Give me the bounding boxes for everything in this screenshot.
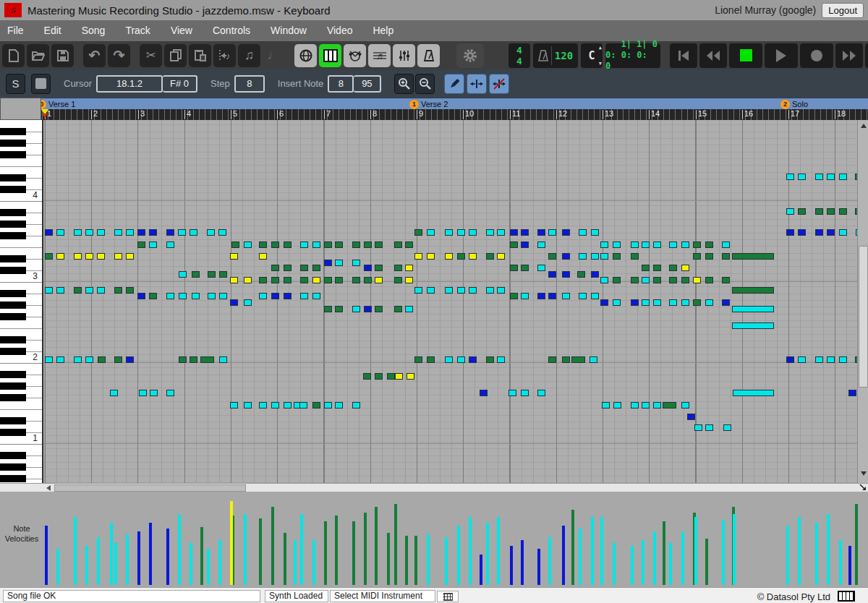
midi-note[interactable] [192,293,200,299]
midi-note[interactable] [521,390,529,396]
midi-note[interactable] [179,293,187,299]
midi-note[interactable] [219,271,227,278]
midi-note[interactable] [722,253,730,260]
midi-note[interactable] [259,277,267,283]
velocity-bar[interactable] [562,526,565,585]
midi-note[interactable] [324,402,332,409]
midi-note[interactable] [259,253,267,260]
midi-note[interactable] [509,390,516,396]
velocity-bar[interactable] [230,501,233,585]
velocity-bar[interactable] [405,536,408,585]
insert-velocity-field[interactable]: 95 [354,75,381,93]
velocity-bar[interactable] [510,546,513,585]
midi-note[interactable] [693,299,701,306]
midi-note[interactable] [687,414,695,420]
velocity-bar[interactable] [178,514,181,585]
midi-note[interactable] [414,356,422,363]
velocity-bar[interactable] [294,540,297,585]
midi-note[interactable] [85,356,93,363]
midi-note[interactable] [284,265,292,271]
vertical-scrollbar[interactable] [857,120,868,483]
midi-note[interactable] [166,293,174,299]
pencil-tool-button[interactable] [444,74,464,94]
midi-note[interactable] [405,277,413,283]
midi-note[interactable] [352,241,360,248]
midi-note[interactable] [375,241,383,248]
midi-note[interactable] [149,293,157,299]
midi-note[interactable] [548,253,556,260]
redo-button[interactable]: ↷ [108,44,130,67]
midi-note[interactable] [394,241,402,248]
midi-note[interactable] [230,299,238,306]
velocity-bar[interactable] [45,526,48,585]
midi-note[interactable] [827,229,835,236]
scroll-up-icon[interactable] [861,124,867,128]
midi-note[interactable] [299,402,307,409]
midi-note[interactable] [693,253,701,260]
midi-note[interactable] [230,402,238,409]
black-key[interactable] [0,475,26,482]
midi-note[interactable] [445,356,453,363]
midi-note[interactable] [405,306,413,312]
midi-note[interactable] [480,390,488,396]
velocity-bar[interactable] [669,543,672,585]
midi-note[interactable] [284,241,292,248]
midi-note[interactable] [562,293,570,299]
midi-note[interactable] [579,253,587,260]
velocity-bar[interactable] [653,531,656,585]
menu-item-video[interactable]: Video [317,20,363,41]
midi-note[interactable] [669,241,677,248]
midi-note[interactable] [577,271,585,278]
metronome-view-button[interactable] [417,44,440,67]
velocity-bar[interactable] [786,526,789,585]
midi-note[interactable] [510,241,518,248]
midi-note[interactable] [798,229,806,236]
midi-note[interactable] [300,293,308,299]
midi-note[interactable] [335,241,343,248]
midi-note[interactable] [548,356,556,363]
midi-note[interactable] [259,241,267,248]
midi-note[interactable] [335,402,343,409]
marker-bar[interactable]: 0Verse 11Verse 22Solo [0,98,868,109]
menu-item-help[interactable]: Help [362,20,404,41]
midi-note[interactable] [208,271,216,278]
velocity-bar[interactable] [705,539,708,585]
midi-note[interactable] [548,229,556,236]
midi-note[interactable] [457,253,465,260]
midi-note[interactable] [631,241,639,248]
midi-note[interactable] [414,229,422,236]
midi-note[interactable] [642,277,650,283]
midi-note[interactable] [352,260,360,266]
midi-note[interactable] [537,229,545,236]
midi-note[interactable] [126,356,134,363]
black-key[interactable] [0,394,26,401]
black-key[interactable] [0,209,26,216]
midi-note[interactable] [653,299,661,306]
midi-note[interactable] [839,174,847,180]
midi-note[interactable] [74,229,82,236]
midi-note[interactable] [207,229,215,236]
midi-note[interactable] [839,208,847,215]
midi-note[interactable] [815,174,823,180]
midi-note[interactable] [590,356,597,363]
midi-note[interactable] [244,277,252,283]
midi-note[interactable] [114,229,122,236]
velocity-bar[interactable] [300,514,303,585]
midi-note[interactable] [259,402,267,409]
midi-note[interactable] [271,293,279,299]
midi-note[interactable] [600,241,608,248]
zoom-out-button[interactable] [415,74,435,94]
play-button[interactable] [765,43,798,68]
velocity-bar[interactable] [190,543,192,585]
velocity-bar[interactable] [613,543,616,585]
midi-note[interactable] [427,356,435,363]
velocity-bar[interactable] [548,537,551,585]
midi-note[interactable] [705,299,713,306]
velocity-bar[interactable] [815,523,818,585]
midi-note[interactable] [405,265,413,271]
velocity-bar[interactable] [445,537,448,585]
midi-note[interactable] [669,299,677,306]
midi-note[interactable] [798,208,806,215]
midi-note[interactable] [827,356,835,363]
velocity-bar[interactable] [642,540,644,585]
